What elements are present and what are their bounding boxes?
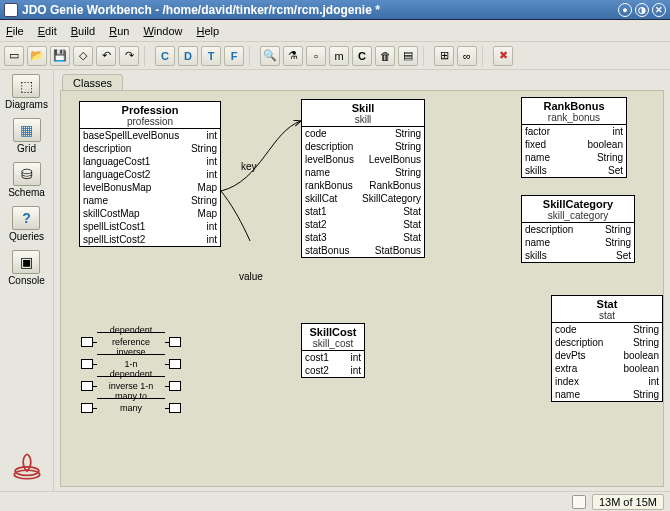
sidebar-label: Grid — [17, 143, 36, 154]
entity-field: codeString — [302, 127, 424, 140]
console-icon: ▣ — [12, 250, 40, 274]
menu-window[interactable]: Window — [143, 25, 182, 37]
edge-label-value: value — [239, 271, 263, 282]
legend: dependentreferenceinverse1-ndependentinv… — [81, 331, 181, 419]
entity-skillcost[interactable]: SkillCostskill_cost cost1intcost2int — [301, 323, 365, 378]
tool-trash-icon[interactable]: 🗑 — [375, 46, 395, 66]
entity-field: levelBonusLevelBonus — [302, 153, 424, 166]
diagrams-icon: ⬚ — [12, 74, 40, 98]
entity-field: nameString — [302, 166, 424, 179]
entity-field: spellListCost2int — [80, 233, 220, 246]
minimize-icon[interactable]: ● — [618, 3, 632, 17]
toolbar: ▭ 📂 💾 ◇ ↶ ↷ C D T F 🔍 ⚗ ▫ m C 🗑 ▤ ⊞ ∞ ✖ — [0, 42, 670, 70]
sidebar-item-queries[interactable]: ? Queries — [9, 206, 44, 242]
entity-profession[interactable]: Professionprofession baseSpellLevelBonus… — [79, 101, 221, 247]
sidebar-label: Console — [8, 275, 45, 286]
tool-diamond-icon[interactable]: ◇ — [73, 46, 93, 66]
app-logo-icon — [10, 449, 44, 483]
tool-search-icon[interactable]: 🔍 — [260, 46, 280, 66]
app-icon — [4, 3, 18, 17]
entity-field: baseSpellLevelBonusint — [80, 129, 220, 142]
entity-field: nameString — [522, 236, 634, 249]
tool-m-icon[interactable]: m — [329, 46, 349, 66]
entity-field: stat3Stat — [302, 231, 424, 244]
entity-rankbonus[interactable]: RankBonusrank_bonus factorintfixedboolea… — [521, 97, 627, 178]
entity-field: fixedboolean — [522, 138, 626, 151]
entity-skill[interactable]: Skillskill codeStringdescriptionStringle… — [301, 99, 425, 258]
entity-field: nameString — [522, 151, 626, 164]
tool-f-icon[interactable]: F — [224, 46, 244, 66]
entity-field: statBonusStatBonus — [302, 244, 424, 257]
legend-item: many tomany — [81, 397, 181, 419]
tool-link-icon[interactable]: ∞ — [457, 46, 477, 66]
grid-icon: ▦ — [13, 118, 41, 142]
entity-field: levelBonusMapMap — [80, 181, 220, 194]
entity-field: codeString — [552, 323, 662, 336]
schema-icon: ⛁ — [13, 162, 41, 186]
tool-redo-icon[interactable]: ↷ — [119, 46, 139, 66]
entity-field: cost1int — [302, 351, 364, 364]
entity-field: descriptionString — [80, 142, 220, 155]
entity-field: descriptionString — [302, 140, 424, 153]
entity-field: nameString — [552, 388, 662, 401]
sidebar-label: Schema — [8, 187, 45, 198]
entity-field: indexint — [552, 375, 662, 388]
entity-field: descriptionString — [522, 223, 634, 236]
entity-field: languageCost2int — [80, 168, 220, 181]
entity-field: devPtsboolean — [552, 349, 662, 362]
tool-c-icon[interactable]: C — [155, 46, 175, 66]
entity-field: rankBonusRankBonus — [302, 179, 424, 192]
entity-field: nameString — [80, 194, 220, 207]
sidebar-label: Diagrams — [5, 99, 48, 110]
menu-edit[interactable]: Edit — [38, 25, 57, 37]
sidebar-item-console[interactable]: ▣ Console — [8, 250, 45, 286]
tool-d-icon[interactable]: D — [178, 46, 198, 66]
sidebar-item-diagrams[interactable]: ⬚ Diagrams — [5, 74, 48, 110]
entity-field: extraboolean — [552, 362, 662, 375]
entity-field: stat2Stat — [302, 218, 424, 231]
edge-label-key: key — [241, 161, 257, 172]
entity-field: descriptionString — [552, 336, 662, 349]
entity-field: skillsSet — [522, 164, 626, 177]
menu-run[interactable]: Run — [109, 25, 129, 37]
entity-field: cost2int — [302, 364, 364, 377]
menu-help[interactable]: Help — [197, 25, 220, 37]
content-area: Classes key value — [54, 70, 670, 491]
entity-field: languageCost1int — [80, 155, 220, 168]
sidebar-item-schema[interactable]: ⛁ Schema — [8, 162, 45, 198]
sidebar-label: Queries — [9, 231, 44, 242]
tool-funnel-icon[interactable]: ⚗ — [283, 46, 303, 66]
diagram-canvas[interactable]: key value Professionprofession baseSpell… — [60, 90, 664, 487]
tab-classes[interactable]: Classes — [62, 74, 123, 91]
queries-icon: ? — [12, 206, 40, 230]
sidebar: ⬚ Diagrams ▦ Grid ⛁ Schema ? Queries ▣ C… — [0, 70, 54, 491]
close-icon[interactable]: ✕ — [652, 3, 666, 17]
entity-field: skillCatSkillCategory — [302, 192, 424, 205]
menu-build[interactable]: Build — [71, 25, 95, 37]
entity-field: stat1Stat — [302, 205, 424, 218]
tool-new-icon[interactable]: ▭ — [4, 46, 24, 66]
maximize-icon[interactable]: ◑ — [635, 3, 649, 17]
tool-c2-icon[interactable]: C — [352, 46, 372, 66]
tool-grid-icon[interactable]: ⊞ — [434, 46, 454, 66]
entity-field: skillsSet — [522, 249, 634, 262]
tool-open-icon[interactable]: 📂 — [27, 46, 47, 66]
tool-doc-icon[interactable]: ▤ — [398, 46, 418, 66]
entity-field: skillCostMapMap — [80, 207, 220, 220]
sidebar-item-grid[interactable]: ▦ Grid — [13, 118, 41, 154]
menubar: File Edit Build Run Window Help — [0, 20, 670, 42]
tool-delete-icon[interactable]: ✖ — [493, 46, 513, 66]
statusbar: 13M of 15M — [0, 491, 670, 511]
entity-field: spellListCost1int — [80, 220, 220, 233]
status-gc-icon[interactable] — [572, 495, 586, 509]
entity-skillcategory[interactable]: SkillCategoryskill_category descriptionS… — [521, 195, 635, 263]
entity-field: factorint — [522, 125, 626, 138]
tool-box-icon[interactable]: ▫ — [306, 46, 326, 66]
menu-file[interactable]: File — [6, 25, 24, 37]
tool-t-icon[interactable]: T — [201, 46, 221, 66]
entity-stat[interactable]: Statstat codeStringdescriptionStringdevP… — [551, 295, 663, 402]
tool-undo-icon[interactable]: ↶ — [96, 46, 116, 66]
window-title: JDO Genie Workbench - /home/david/tinker… — [22, 3, 615, 17]
tool-save-icon[interactable]: 💾 — [50, 46, 70, 66]
status-memory: 13M of 15M — [592, 494, 664, 510]
